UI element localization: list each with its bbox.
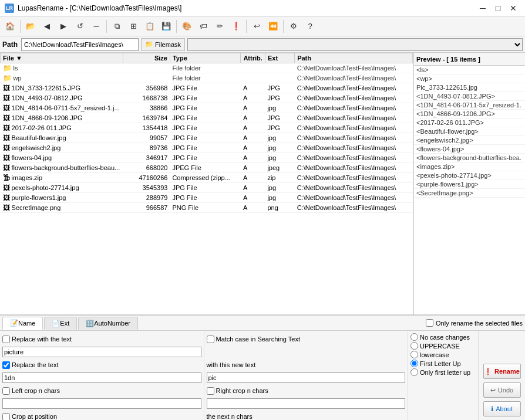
col-header-ext[interactable]: Ext [265,53,294,63]
table-row[interactable]: 🖼 1DN_4493-07-0812.JPG 1668738 JPG File … [1,93,413,103]
left-crop-input[interactable] [2,398,201,409]
table-row[interactable]: 📁 ls File folder C:\NetDownload\TestFile… [1,63,413,73]
tab-name[interactable]: 📝 Name [2,317,43,330]
tab-bar: 📝 Name 📄 Ext 🔢 AutoNumber Only rename th… [0,316,525,331]
list-item[interactable]: <2017-02-26 011.JPG> [414,118,525,127]
separator-4 [246,20,247,33]
undo-button[interactable]: ↩ Undo [483,382,521,398]
no-case-radio[interactable] [410,333,418,341]
list-item[interactable]: <SecretImage.png> [414,189,525,198]
warning-button[interactable]: ❗ [228,19,244,34]
help-button[interactable]: ? [302,19,318,34]
list-item[interactable]: <1DN_4814-06-0711-5x7_resized-1. [414,101,525,110]
open-button[interactable]: 📂 [23,19,38,34]
forward-button[interactable]: ▶ [56,19,71,34]
table-row[interactable]: 🖼 pexels-photo-27714.jpg 3545393 JPG Fil… [1,183,413,193]
list-item[interactable]: Pic_3733-122615.jpg [414,83,525,92]
list-item[interactable]: <engelswisch2.jpg> [414,136,525,145]
window-controls: ─ □ ✕ [476,2,520,14]
list-item[interactable]: <1DN_4866-09-1206.JPG> [414,110,525,118]
title-area: LR LupasRename - [C:\NetDownload\TestFil… [5,4,181,13]
match-case-checkbox[interactable] [207,336,214,343]
color-button[interactable]: 🎨 [179,19,194,34]
list-item[interactable]: <wp> [414,74,525,83]
settings-button[interactable]: ⚙ [286,19,301,34]
right-crop-input[interactable] [207,398,406,409]
col-header-path[interactable]: Path [295,53,413,63]
table-row[interactable]: 🖼 Beautiful-flower.jpg 99057 JPG File A … [1,133,413,143]
home-button[interactable]: 🏠 [2,19,18,34]
file-table-wrap[interactable]: File ▼ Size Type Attrib. Ext Path 📁 ls F… [0,53,413,314]
tab-autonumber-icon: 🔢 [86,320,94,327]
minus-button[interactable]: ─ [89,19,104,34]
left-crop-checkbox[interactable] [2,387,10,395]
col-header-size[interactable]: Size [123,53,170,63]
rename-icon: ❗ [484,368,492,375]
list-item[interactable]: <ls> [414,66,525,74]
list-item[interactable]: <flowers-background-butterflies-bea. [414,154,525,162]
refresh-button[interactable]: ↺ [72,19,88,34]
tab-ext[interactable]: 📄 Ext [44,317,77,330]
list-item[interactable]: <pexels-photo-27714.jpg> [414,171,525,180]
copy-button[interactable]: ⧉ [109,19,124,34]
col-header-attr[interactable]: Attrib. [241,53,265,63]
table-row[interactable]: 🖼 purple-flowers1.jpg 288979 JPG File A … [1,193,413,203]
table-row[interactable]: 🖼 flowers-04.jpg 346917 JPG File A jpg C… [1,153,413,163]
filemask-select[interactable] [187,38,523,51]
cell-ext: jpg [265,153,294,163]
about-button[interactable]: ℹ About [483,401,521,416]
lowercase-radio[interactable] [410,351,418,358]
list-item[interactable]: <flowers-04.jpg> [414,145,525,154]
list-item[interactable]: <purple-flowers1.jpg> [414,180,525,189]
tag-button[interactable]: 🏷 [196,19,211,34]
table-row[interactable]: 🖼 1DN_4866-09-1206.JPG 1639784 JPG File … [1,113,413,123]
cell-ext: JPG [265,113,294,123]
list-item[interactable]: <images.zip> [414,162,525,171]
replace-text-checkbox[interactable] [2,361,10,369]
about-icon: ℹ [491,405,493,413]
only-first-radio[interactable] [410,368,418,376]
first-letter-up-radio[interactable] [410,360,418,367]
rename-button[interactable]: ❗ Rename [483,364,521,379]
replace-with-text-input[interactable] [2,347,201,357]
undo-button[interactable]: ↩ [249,19,264,34]
col-header-type[interactable]: Type [170,53,240,63]
save-button[interactable]: 💾 [159,19,174,34]
tab-autonumber[interactable]: 🔢 AutoNumber [78,317,138,330]
table-row[interactable]: 🖼 2017-02-26 011.JPG 1354418 JPG File A … [1,123,413,133]
table-row[interactable]: 🗜 images.zip 47160266 Compressed (zipp..… [1,173,413,183]
cell-ext: jpeg [265,163,294,173]
table-row[interactable]: 📁 wp File folder C:\NetDownload\TestFile… [1,73,413,83]
crop-position-checkbox[interactable] [2,413,10,421]
replace-text-input[interactable] [2,372,201,383]
table-row[interactable]: 🖼 SecretImage.png 966587 PNG File A png … [1,203,413,213]
cell-type: JPG File [170,93,240,103]
right-crop-checkbox[interactable] [207,387,214,395]
close-button[interactable]: ✕ [506,2,520,14]
table-row[interactable]: 🖼 engelswisch2.jpg 89736 JPG File A jpg … [1,143,413,153]
preview-list[interactable]: <ls><wp>Pic_3733-122615.jpg<1DN_4493-07-… [414,66,525,314]
rename-label: Rename [494,368,520,375]
table-row[interactable]: 🖼 1DN_3733-122615.JPG 356968 JPG File A … [1,83,413,93]
edit-button[interactable]: ✏ [212,19,227,34]
options-center: Match case in Searching Text with this n… [204,331,408,420]
list-item[interactable]: <Beautiful-flower.jpg> [414,127,525,136]
minimize-button[interactable]: ─ [476,2,490,14]
path-input[interactable] [21,38,139,51]
preset-button[interactable]: 📋 [142,19,157,34]
multi-copy-button[interactable]: ⊞ [126,19,141,34]
only-selected-checkbox[interactable] [426,319,433,327]
table-row[interactable]: 🖼 flowers-background-butterflies-beau...… [1,163,413,173]
table-row[interactable]: 🖼 1DN_4814-06-0711-5x7_resized-1.j... 38… [1,103,413,113]
maximize-button[interactable]: □ [491,2,505,14]
with-new-text-input[interactable] [207,372,406,383]
list-item[interactable]: <1DN_4493-07-0812.JPG> [414,92,525,101]
back-button[interactable]: ◀ [39,19,55,34]
replace-with-text-checkbox[interactable] [2,336,10,343]
filemask-button[interactable]: 📁 Filemask [141,38,185,51]
col-header-file[interactable]: File ▼ [1,53,123,63]
uppercase-radio[interactable] [410,342,418,350]
cell-size: 89736 [123,143,170,153]
cell-attr [241,73,265,83]
multi-undo-button[interactable]: ⏪ [265,19,281,34]
